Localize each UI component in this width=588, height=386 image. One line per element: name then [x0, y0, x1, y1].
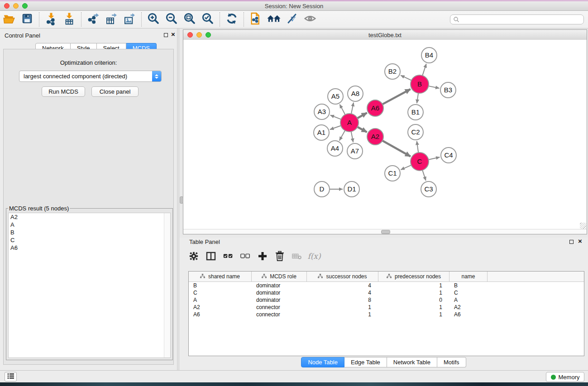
table-cell[interactable]: 1: [307, 311, 378, 318]
table-row[interactable]: A6connector11A6: [189, 311, 584, 318]
float-panel-icon[interactable]: [164, 33, 168, 37]
tab-edge-table[interactable]: Edge Table: [344, 357, 387, 367]
table-cell[interactable]: connector: [252, 304, 307, 310]
table-cell[interactable]: A: [449, 297, 488, 303]
import-network-button[interactable]: [42, 12, 60, 27]
column-header-name[interactable]: name: [449, 272, 488, 281]
table-cell[interactable]: 1: [378, 282, 449, 289]
tab-motifs[interactable]: Motifs: [437, 357, 466, 367]
graph-edge-A-A4[interactable]: [339, 130, 345, 141]
graph-node-A1[interactable]: A1: [314, 125, 329, 140]
graph-node-A8[interactable]: A8: [348, 86, 363, 101]
graph-node-C3[interactable]: C3: [421, 181, 436, 197]
table-row[interactable]: A2connector11A2: [189, 304, 584, 311]
home-button[interactable]: [265, 12, 283, 27]
close-panel-icon[interactable]: ×: [171, 32, 175, 37]
memory-button[interactable]: Memory: [546, 372, 584, 382]
column-header-successor-nodes[interactable]: successor nodes: [307, 272, 378, 281]
table-row[interactable]: Bdominator41B: [189, 282, 584, 289]
graph-node-C2[interactable]: C2: [408, 124, 423, 140]
open-file-button[interactable]: [0, 12, 18, 27]
graph-edge-B-B2[interactable]: [401, 75, 412, 81]
table-cell[interactable]: 8: [307, 297, 378, 303]
export-image-button[interactable]: [120, 12, 139, 27]
graph-edge-A-A5[interactable]: [339, 105, 345, 115]
deselect-all-icon[interactable]: [240, 250, 251, 262]
graph-node-B[interactable]: B: [411, 75, 429, 93]
columns-icon[interactable]: [206, 250, 216, 262]
close-panel-button[interactable]: Close panel: [91, 86, 139, 97]
export-table-button[interactable]: [102, 12, 120, 27]
table-cell[interactable]: 4: [307, 282, 378, 289]
table-cell[interactable]: 0: [378, 297, 449, 303]
table-cell[interactable]: connector: [252, 311, 307, 318]
table-cell[interactable]: A6: [449, 311, 488, 318]
graph-edge-C-C2[interactable]: [417, 141, 419, 153]
network-window-titlebar[interactable]: testGlobe.txt: [183, 30, 587, 40]
vscroll-thumb[interactable]: [180, 196, 183, 204]
search-input[interactable]: [450, 14, 584, 24]
float-panel-icon[interactable]: [569, 240, 574, 244]
select-all-icon[interactable]: [223, 250, 234, 262]
resize-grip-icon[interactable]: [580, 223, 586, 229]
table-cell[interactable]: B: [189, 282, 252, 289]
graph-edge-A-A8[interactable]: [351, 103, 354, 115]
add-icon[interactable]: [257, 250, 268, 262]
graph-node-D[interactable]: D: [314, 181, 330, 197]
tab-node-table[interactable]: Node Table: [301, 357, 344, 367]
table-cell[interactable]: dominator: [252, 282, 307, 289]
graph-node-C1[interactable]: C1: [385, 166, 400, 181]
criterion-dropdown[interactable]: largest connected component (directed): [19, 71, 162, 82]
graph-node-C4[interactable]: C4: [441, 148, 456, 163]
search-field[interactable]: [450, 14, 584, 24]
network-hscrollbar[interactable]: [183, 229, 587, 234]
table-cell[interactable]: dominator: [252, 290, 307, 296]
table-cell[interactable]: C: [189, 290, 252, 296]
result-item[interactable]: A2: [9, 213, 170, 221]
run-mcds-button[interactable]: Run MCDS: [42, 86, 85, 97]
graph-node-B4[interactable]: B4: [421, 48, 437, 63]
graph-node-A7[interactable]: A7: [347, 143, 363, 159]
network-canvas[interactable]: B4B2BB3A5A8A6A3B1AA1C2A2A4A7C4CC1C3DD1: [183, 40, 587, 229]
graph-node-B1[interactable]: B1: [408, 105, 423, 120]
result-item[interactable]: A6: [9, 244, 170, 252]
graph-node-B3[interactable]: B3: [440, 82, 456, 98]
table-cell[interactable]: C: [449, 290, 488, 296]
table-cell[interactable]: A2: [189, 304, 252, 310]
graph-node-A[interactable]: A: [340, 114, 359, 132]
zoom-out-button[interactable]: [163, 12, 181, 27]
graph-edge-C-C1[interactable]: [401, 165, 412, 170]
table-cell[interactable]: 1: [378, 311, 449, 318]
table-cell[interactable]: A6: [189, 311, 252, 318]
hide-details-button[interactable]: v: [283, 12, 301, 27]
graph-edge-A-A2[interactable]: [357, 127, 367, 132]
graph-edge-C-C3[interactable]: [422, 169, 426, 181]
graph-edge-C-C4[interactable]: [428, 157, 440, 160]
import-table-button[interactable]: [60, 12, 78, 27]
result-scrollbar[interactable]: [164, 213, 170, 357]
graph-node-D1[interactable]: D1: [344, 181, 359, 197]
node-table[interactable]: shared nameMCDS rolesuccessor nodesprede…: [188, 271, 584, 356]
graph-edge-A-A7[interactable]: [351, 131, 353, 143]
clone-network-button[interactable]: [247, 12, 265, 27]
graph-node-A3[interactable]: A3: [314, 104, 330, 119]
table-cell[interactable]: A2: [449, 304, 488, 310]
graph-node-B2[interactable]: B2: [385, 64, 400, 79]
graph-edge-B-B3[interactable]: [428, 86, 440, 88]
result-item[interactable]: A: [9, 221, 170, 229]
graph-edge-A6-B[interactable]: [382, 89, 411, 105]
hscroll-thumb[interactable]: [381, 230, 390, 234]
graph-edge-A2-C[interactable]: [382, 140, 411, 157]
titlebar[interactable]: Session: New Session: [0, 1, 588, 11]
column-header-predecessor-nodes[interactable]: predecessor nodes: [378, 272, 449, 281]
show-panels-button[interactable]: [5, 372, 17, 381]
table-cell[interactable]: A: [189, 297, 252, 303]
graph-edge-A-A3[interactable]: [330, 115, 342, 119]
table-row[interactable]: Adominator80A: [189, 296, 584, 304]
result-item[interactable]: C: [9, 236, 170, 244]
table-cell[interactable]: 1: [378, 304, 449, 310]
column-header-MCDS-role[interactable]: MCDS role: [252, 272, 307, 281]
graph-node-A6[interactable]: A6: [367, 100, 383, 116]
zoom-in-button[interactable]: [144, 12, 163, 27]
trash-icon[interactable]: [274, 250, 285, 262]
